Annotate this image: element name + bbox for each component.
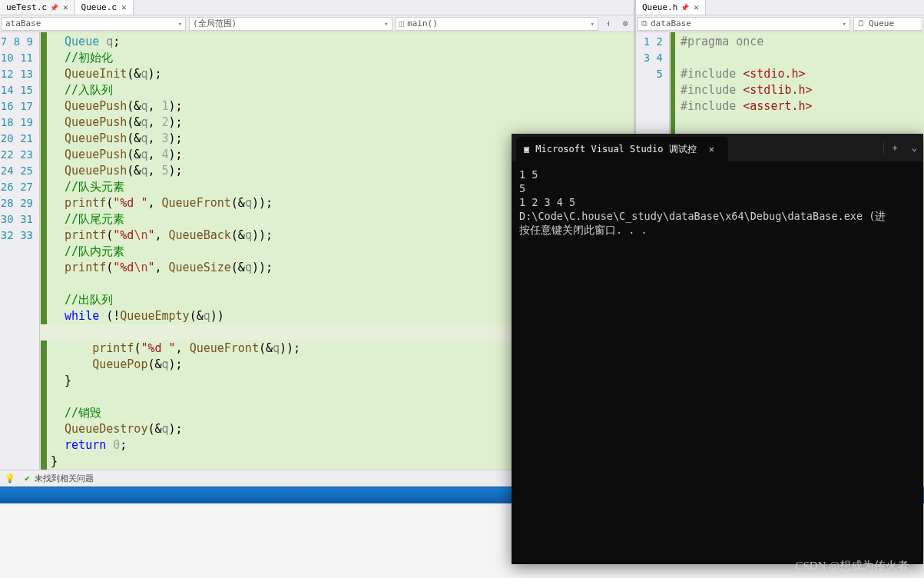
chevron-down-icon: ▾: [178, 20, 182, 28]
terminal-icon: ▣: [524, 144, 529, 154]
debug-console-window[interactable]: ▣ Microsoft Visual Studio 调试控 ✕ ＋ ⌄ 1 5 …: [512, 134, 923, 564]
chevron-down-icon: ▾: [843, 20, 846, 28]
project-icon: ⧉: [641, 18, 647, 28]
cube-icon: ◫: [399, 18, 405, 28]
check-icon: ✔: [25, 473, 30, 483]
close-icon[interactable]: ✕: [63, 2, 68, 12]
terminal-title-text: Microsoft Visual Studio 调试控: [535, 143, 696, 156]
issues-text: 未找到相关问题: [35, 473, 94, 483]
terminal-titlebar: ▣ Microsoft Visual Studio 调试控 ✕ ＋ ⌄: [512, 134, 923, 161]
left-tabs: ueTest.c📌✕Queue.c✕: [0, 0, 634, 15]
terminal-output[interactable]: 1 5 5 1 2 3 4 5 D:\Code\C.house\C_study\…: [512, 161, 923, 564]
close-icon[interactable]: ✕: [121, 2, 127, 12]
struct-icon: 🗒: [857, 18, 866, 28]
lightbulb-icon[interactable]: 💡: [5, 473, 15, 483]
close-icon[interactable]: ✕: [703, 144, 720, 154]
scope3-text: main(): [407, 18, 438, 28]
r-scope3: Queue: [869, 18, 894, 28]
scope-combo-r3[interactable]: 🗒Queue: [853, 17, 922, 31]
tab-label: Queue.c: [81, 2, 117, 12]
pin-icon[interactable]: 📌: [50, 4, 58, 12]
chevron-down-icon: ▾: [591, 20, 594, 28]
scope1-text: ataBase: [5, 18, 41, 28]
file-tab[interactable]: Queue.c✕: [75, 0, 134, 15]
new-tab-button[interactable]: ＋: [883, 141, 906, 154]
gear-icon[interactable]: ⚙: [618, 17, 632, 31]
tab-label: ueTest.c: [6, 2, 47, 12]
file-tab[interactable]: ueTest.c📌✕: [0, 0, 75, 15]
scope-combo-1[interactable]: ataBase ▾: [2, 17, 186, 31]
right-tabs: Queue.h📌✕: [636, 0, 924, 15]
close-icon[interactable]: ✕: [694, 2, 699, 12]
scope-combo-3[interactable]: ◫main() ▾: [396, 17, 599, 31]
r-scope1: dataBase: [651, 18, 691, 28]
split-button[interactable]: ⫞: [601, 17, 615, 31]
tab-label: Queue.h: [642, 2, 677, 12]
chevron-down-icon: ▾: [384, 20, 388, 28]
terminal-tab[interactable]: ▣ Microsoft Visual Studio 调试控 ✕: [516, 137, 728, 161]
right-toolbar: ⧉dataBase ▾ 🗒Queue: [636, 15, 924, 32]
scope-combo-2[interactable]: (全局范围) ▾: [189, 17, 392, 31]
left-toolbar: ataBase ▾ (全局范围) ▾ ◫main() ▾ ⫞ ⚙: [0, 15, 634, 32]
line-gutter: 7 8 9 10 11 12 13 14 15 16 17 18 19 20 2…: [0, 32, 40, 470]
scope-combo-r1[interactable]: ⧉dataBase ▾: [638, 17, 850, 31]
file-tab[interactable]: Queue.h📌✕: [636, 0, 706, 15]
scope2-text: (全局范围): [193, 18, 237, 29]
tab-menu-button[interactable]: ⌄: [906, 142, 923, 153]
watermark: CSDN @想成为传火者: [795, 559, 909, 573]
pin-icon[interactable]: 📌: [681, 4, 689, 12]
